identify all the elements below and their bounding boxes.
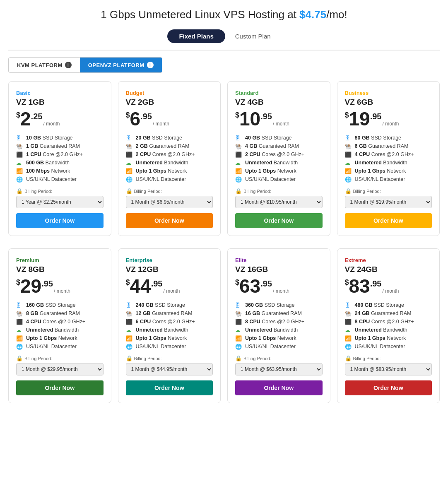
- feature-item: 🐏8 GB Guaranteed RAM: [16, 310, 104, 316]
- feature-text: 4 CPU Cores @2.0 GHz+: [355, 152, 414, 157]
- plan-price: $ 83 .95 / month: [345, 277, 432, 296]
- feature-text: 1 GB Guaranteed RAM: [26, 143, 80, 149]
- feature-icon: 📶: [126, 335, 132, 341]
- feature-item: 🗄480 GB SSD Storage: [345, 302, 432, 308]
- feature-item: ⬛8 CPU Cores @2.0 GHz+: [235, 319, 323, 325]
- price-decimal: .95: [41, 279, 53, 289]
- plan-card-vz-24gb: ExtremeVZ 24GB $ 83 .95 / month 🗄480 GB …: [337, 248, 440, 403]
- tab-fixed-plans[interactable]: Fixed Plans: [167, 29, 225, 43]
- billing-select[interactable]: 1 Year @ $2.25/month: [16, 196, 104, 208]
- price-period: / month: [383, 121, 399, 127]
- billing-select[interactable]: 1 Month @ $29.95/month: [16, 363, 104, 375]
- order-now-button[interactable]: Order Now: [16, 380, 104, 395]
- feature-item: 📶Upto 1 Gbps Network: [16, 335, 104, 341]
- plan-card-vz-1gb: BasicVZ 1GB $ 2 .25 / month 🗄10 GB SSD S…: [8, 81, 111, 236]
- feature-text: 4 GB Guaranteed RAM: [245, 143, 299, 149]
- order-now-button[interactable]: Order Now: [345, 213, 432, 228]
- order-now-button[interactable]: Order Now: [345, 380, 432, 395]
- openvz-platform-button[interactable]: OPENVZ PLATFORM i: [80, 58, 162, 72]
- feature-item: ⬛4 CPU Cores @2.0 GHz+: [16, 319, 104, 325]
- feature-text: 1 CPU Core @2.0 GHz+: [26, 152, 83, 157]
- feature-text: 20 GB SSD Storage: [136, 135, 183, 141]
- order-now-button[interactable]: Order Now: [126, 213, 213, 228]
- plan-price: $ 29 .95 / month: [16, 277, 104, 296]
- feature-item: ☁Unmetered Bandwidth: [126, 160, 213, 166]
- feature-text: US/UK/NL Datacenter: [355, 344, 405, 349]
- feature-icon: 🌐: [126, 176, 132, 182]
- feature-item: ⬛8 CPU Cores @2.0 GHz+: [345, 319, 432, 325]
- price-period: / month: [273, 288, 289, 294]
- feature-item: 🗄160 GB SSD Storage: [16, 302, 104, 308]
- tab-custom-plan[interactable]: Custom Plan: [225, 29, 281, 43]
- feature-text: 2 GB Guaranteed RAM: [136, 143, 190, 149]
- feature-text: Unmetered Bandwidth: [136, 327, 188, 333]
- order-now-button[interactable]: Order Now: [235, 380, 323, 395]
- plan-card-vz-4gb: StandardVZ 4GB $ 10 .95 / month 🗄40 GB S…: [227, 81, 330, 236]
- feature-icon: ☁: [16, 160, 23, 166]
- plan-name: VZ 8GB: [16, 265, 104, 274]
- feature-icon: 🌐: [345, 176, 352, 182]
- feature-icon: 📶: [16, 335, 23, 341]
- price-main: 83: [349, 277, 370, 296]
- billing-select[interactable]: 1 Month @ $44.95/month: [126, 363, 213, 375]
- feature-icon: 🐏: [345, 310, 352, 316]
- price-dollar: $: [235, 111, 239, 120]
- price-dollar: $: [16, 278, 20, 287]
- feature-item: 🗄40 GB SSD Storage: [235, 135, 323, 141]
- feature-icon: ☁: [345, 327, 352, 333]
- price-period: / month: [153, 121, 169, 127]
- price-decimal: .95: [260, 112, 272, 121]
- plan-name: VZ 24GB: [345, 265, 432, 274]
- price-decimal: .95: [140, 112, 152, 121]
- billing-label: 🔒 Billing Period:: [16, 355, 104, 361]
- plan-card-vz-6gb: BusinessVZ 6GB $ 19 .95 / month 🗄80 GB S…: [337, 81, 440, 236]
- feature-text: 8 CPU Cores @2.0 GHz+: [245, 319, 304, 325]
- feature-icon: ⬛: [235, 152, 242, 157]
- kvm-platform-button[interactable]: KVM PLATFORM i: [9, 58, 80, 72]
- order-now-button[interactable]: Order Now: [235, 213, 323, 228]
- billing-select[interactable]: 1 Month @ $19.95/month: [345, 196, 432, 208]
- billing-select[interactable]: 1 Month @ $6.95/month: [126, 196, 213, 208]
- plans-row-1: BasicVZ 1GB $ 2 .25 / month 🗄10 GB SSD S…: [8, 81, 440, 236]
- plan-price: $ 63 .95 / month: [235, 277, 323, 296]
- feature-text: Unmetered Bandwidth: [136, 160, 188, 166]
- feature-icon: 🌐: [126, 344, 132, 349]
- feature-item: ☁Unmetered Bandwidth: [126, 327, 213, 333]
- feature-text: 4 CPU Cores @2.0 GHz+: [26, 319, 85, 325]
- feature-icon: 🗄: [126, 302, 132, 308]
- openvz-label: OPENVZ PLATFORM: [88, 62, 145, 68]
- feature-icon: 📶: [16, 168, 23, 174]
- plan-card-vz-8gb: PremiumVZ 8GB $ 29 .95 / month 🗄160 GB S…: [8, 248, 111, 403]
- feature-list: 🗄80 GB SSD Storage🐏6 GB Guaranteed RAM⬛4…: [345, 135, 432, 182]
- feature-text: 500 GB Bandwidth: [26, 160, 70, 166]
- feature-text: 2 CPU Cores @2.0 GHz+: [245, 152, 304, 157]
- plan-tier: Elite: [235, 257, 323, 263]
- feature-icon: ☁: [126, 160, 132, 166]
- order-now-button[interactable]: Order Now: [16, 213, 104, 228]
- platform-buttons: KVM PLATFORM i OPENVZ PLATFORM i: [8, 57, 162, 73]
- feature-icon: 🗄: [16, 135, 23, 141]
- feature-item: 🐏4 GB Guaranteed RAM: [235, 143, 323, 149]
- plan-name: VZ 12GB: [126, 265, 213, 274]
- billing-select[interactable]: 1 Month @ $63.95/month: [235, 363, 323, 375]
- kvm-info-icon[interactable]: i: [65, 62, 72, 68]
- billing-label: 🔒 Billing Period:: [235, 355, 323, 361]
- billing-label: 🔒 Billing Period:: [235, 188, 323, 194]
- plan-name: VZ 1GB: [16, 98, 104, 107]
- price-main: 6: [130, 109, 141, 128]
- billing-select[interactable]: 1 Month @ $83.95/month: [345, 363, 432, 375]
- feature-item: ☁Unmetered Bandwidth: [235, 160, 323, 166]
- feature-item: 🌐US/UK/NL Datacenter: [16, 344, 104, 349]
- feature-icon: ⬛: [345, 319, 352, 325]
- feature-text: 8 GB Guaranteed RAM: [26, 310, 80, 316]
- feature-item: 🐏6 GB Guaranteed RAM: [345, 143, 432, 149]
- feature-item: 🗄240 GB SSD Storage: [126, 302, 213, 308]
- plan-tabs: Fixed Plans Custom Plan: [8, 29, 440, 43]
- openvz-info-icon[interactable]: i: [147, 62, 154, 68]
- feature-item: 🐏12 GB Guaranteed RAM: [126, 310, 213, 316]
- price-period: / month: [383, 288, 399, 294]
- feature-text: 6 CPU Cores @2.0 GHz+: [136, 319, 195, 325]
- order-now-button[interactable]: Order Now: [126, 380, 213, 395]
- plan-tier: Basic: [16, 90, 104, 96]
- billing-select[interactable]: 1 Month @ $10.95/month: [235, 196, 323, 208]
